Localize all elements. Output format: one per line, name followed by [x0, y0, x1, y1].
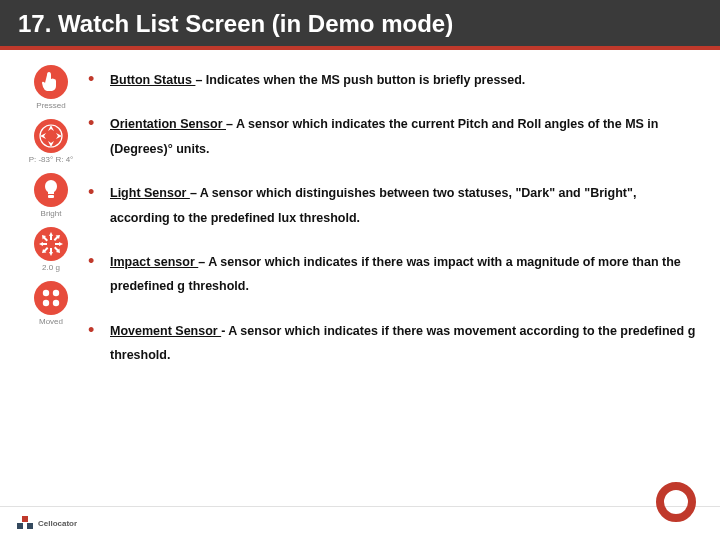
- svg-point-6: [34, 281, 68, 315]
- bullet-title: Movement Sensor: [110, 324, 221, 338]
- sensor-impact-label: 2.0 g: [28, 264, 74, 272]
- impact-arrows-icon: [33, 226, 69, 262]
- sensor-orientation: P: -83° R: 4°: [28, 118, 74, 164]
- svg-point-10: [53, 300, 59, 306]
- logo: Cellocator: [16, 515, 77, 533]
- sensor-icon-column: Pressed P: -83° R: 4° Bright: [28, 64, 74, 387]
- slide-header: 17. Watch List Screen (in Demo mode): [0, 0, 720, 50]
- sensor-impact: 2.0 g: [28, 226, 74, 272]
- bullet-text: Movement Sensor - A sensor which indicat…: [110, 319, 696, 368]
- bullet-rest: – A sensor which distinguishes between t…: [110, 186, 636, 224]
- bullet-item: • Movement Sensor - A sensor which indic…: [88, 319, 696, 368]
- body-area: Pressed P: -83° R: 4° Bright: [0, 50, 720, 387]
- logo-text: Cellocator: [38, 519, 77, 528]
- movement-icon: [33, 280, 69, 316]
- sensor-movement-label: Moved: [28, 318, 74, 326]
- bullet-list: • Button Status – Indicates when the MS …: [88, 64, 720, 387]
- sensor-light-label: Bright: [28, 210, 74, 218]
- bullet-marker: •: [88, 112, 110, 161]
- bullet-item: • Light Sensor – A sensor which distingu…: [88, 181, 696, 230]
- svg-point-7: [43, 290, 49, 296]
- bullet-item: • Button Status – Indicates when the MS …: [88, 68, 696, 92]
- bullet-title: Light Sensor: [110, 186, 190, 200]
- compass-icon: [33, 118, 69, 154]
- bulb-icon: [33, 172, 69, 208]
- sensor-movement: Moved: [28, 280, 74, 326]
- sensor-light: Bright: [28, 172, 74, 218]
- svg-rect-4: [48, 195, 54, 198]
- bullet-item: • Orientation Sensor – A sensor which in…: [88, 112, 696, 161]
- sensor-button-label: Pressed: [28, 102, 74, 110]
- bullet-marker: •: [88, 68, 110, 92]
- bullet-text: Button Status – Indicates when the MS pu…: [110, 68, 696, 92]
- bullet-title: Impact sensor: [110, 255, 198, 269]
- bullet-rest: – Indicates when the MS push button is b…: [195, 73, 525, 87]
- slide-title: 17. Watch List Screen (in Demo mode): [18, 10, 702, 38]
- bullet-text: Light Sensor – A sensor which distinguis…: [110, 181, 696, 230]
- sensor-button: Pressed: [28, 64, 74, 110]
- bullet-text: Impact sensor – A sensor which indicates…: [110, 250, 696, 299]
- sensor-orientation-label: P: -83° R: 4°: [28, 156, 74, 164]
- bullet-marker: •: [88, 319, 110, 368]
- svg-point-8: [53, 290, 59, 296]
- bullet-marker: •: [88, 181, 110, 230]
- bullet-text: Orientation Sensor – A sensor which indi…: [110, 112, 696, 161]
- bullet-item: • Impact sensor – A sensor which indicat…: [88, 250, 696, 299]
- bullet-marker: •: [88, 250, 110, 299]
- svg-point-9: [43, 300, 49, 306]
- footer: Cellocator: [0, 506, 720, 540]
- bullet-title: Button Status: [110, 73, 195, 87]
- svg-rect-12: [17, 523, 23, 529]
- svg-point-1: [34, 119, 68, 153]
- hand-press-icon: [33, 64, 69, 100]
- svg-rect-13: [27, 523, 33, 529]
- logo-icon: [16, 515, 34, 533]
- svg-rect-11: [22, 516, 28, 522]
- decorative-ring-icon: [656, 482, 696, 522]
- bullet-title: Orientation Sensor: [110, 117, 226, 131]
